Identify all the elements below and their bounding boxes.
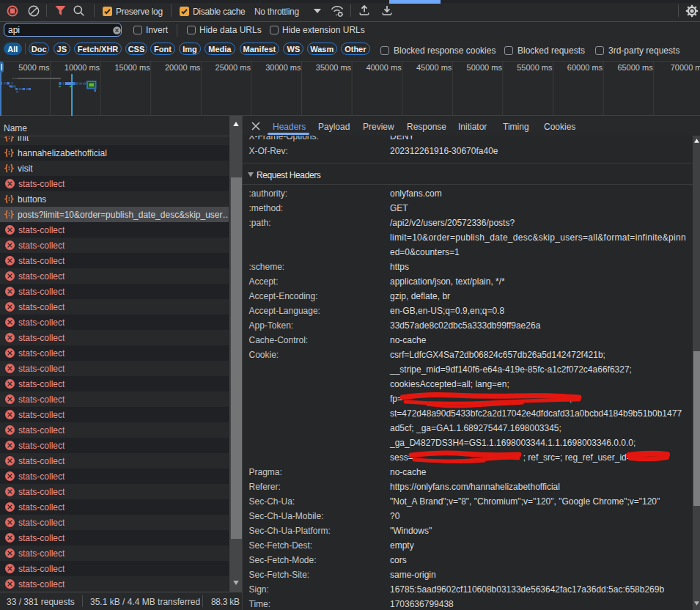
- svg-text:70000 m: 70000 m: [671, 63, 700, 72]
- svg-text:15000 ms: 15000 ms: [114, 63, 150, 72]
- svg-text:25000 ms: 25000 ms: [215, 63, 251, 72]
- svg-text:50000 ms: 50000 ms: [467, 63, 503, 72]
- svg-text:40000 ms: 40000 ms: [366, 63, 402, 72]
- svg-text:35000 ms: 35000 ms: [316, 63, 352, 72]
- svg-text:30000 ms: 30000 ms: [265, 63, 301, 72]
- svg-text:60000 ms: 60000 ms: [567, 63, 603, 72]
- svg-text:65000 ms: 65000 ms: [617, 63, 653, 72]
- svg-text:55000 ms: 55000 ms: [517, 63, 553, 72]
- svg-text:5000 ms: 5000 ms: [18, 63, 50, 72]
- svg-text:10000 ms: 10000 ms: [65, 63, 100, 72]
- svg-text:20000 ms: 20000 ms: [165, 63, 201, 72]
- svg-text:45000 ms: 45000 ms: [416, 63, 452, 72]
